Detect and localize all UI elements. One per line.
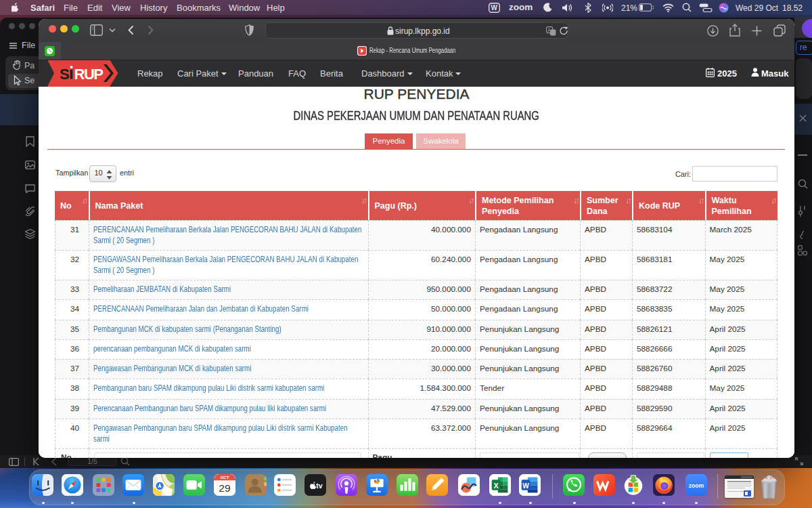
svg-text:W: W (522, 482, 529, 490)
svg-text:OCT: OCT (221, 475, 229, 480)
svg-text:RUP: RUP (74, 66, 104, 83)
svg-text:tv: tv (316, 482, 322, 490)
svg-text:X: X (493, 482, 499, 490)
svg-text:W: W (491, 4, 497, 12)
svg-text:zoom: zoom (688, 482, 704, 489)
svg-text:S: S (60, 66, 70, 83)
svg-text:29: 29 (219, 482, 230, 494)
